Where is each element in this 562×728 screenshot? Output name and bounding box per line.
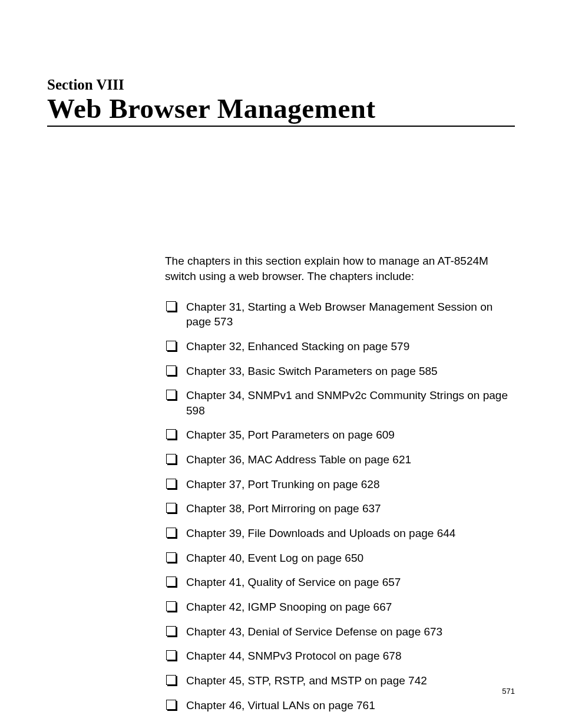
list-item-text: Chapter 45, STP, RSTP, and MSTP on page … [186,674,427,687]
list-item-text: Chapter 38, Port Mirroring on page 637 [186,502,381,515]
checkbox-bullet-icon [166,626,176,636]
checkbox-bullet-icon [166,301,176,311]
list-item: Chapter 34, SNMPv1 and SNMPv2c Community… [165,388,515,418]
list-item-text: Chapter 43, Denial of Service Defense on… [186,625,442,638]
list-item-text: Chapter 32, Enhanced Stacking on page 57… [186,340,409,353]
list-item: Chapter 46, Virtual LANs on page 761 [165,698,515,713]
checkbox-bullet-icon [166,577,176,587]
list-item-text: Chapter 42, IGMP Snooping on page 667 [186,601,392,613]
list-item-text: Chapter 46, Virtual LANs on page 761 [186,699,375,711]
list-item: Chapter 43, Denial of Service Defense on… [165,624,515,640]
list-item-text: Chapter 44, SNMPv3 Protocol on page 678 [186,650,401,662]
list-item: Chapter 45, STP, RSTP, and MSTP on page … [165,673,515,689]
list-item: Chapter 32, Enhanced Stacking on page 57… [165,339,515,354]
list-item: Chapter 39, File Downloads and Uploads o… [165,526,515,541]
list-item-text: Chapter 41, Quality of Service on page 6… [186,576,401,588]
checkbox-bullet-icon [166,365,176,375]
checkbox-bullet-icon [166,650,176,660]
list-item: Chapter 35, Port Parameters on page 609 [165,427,515,443]
list-item: Chapter 31, Starting a Web Browser Manag… [165,299,515,330]
page-number: 571 [502,687,515,696]
list-item: Chapter 42, IGMP Snooping on page 667 [165,599,515,615]
list-item: Chapter 44, SNMPv3 Protocol on page 678 [165,648,515,664]
document-page: Section VIII Web Browser Management The … [0,0,562,728]
checkbox-bullet-icon [166,454,176,464]
intro-paragraph: The chapters in this section explain how… [165,253,515,284]
list-item-text: Chapter 31, Starting a Web Browser Manag… [186,301,492,328]
list-item-text: Chapter 39, File Downloads and Uploads o… [186,527,455,539]
list-item: Chapter 37, Port Trunking on page 628 [165,477,515,492]
checkbox-bullet-icon [166,675,176,685]
list-item-text: Chapter 40, Event Log on page 650 [186,552,363,564]
list-item-text: Chapter 33, Basic Switch Parameters on p… [186,365,438,377]
checkbox-bullet-icon [166,552,176,562]
checkbox-bullet-icon [166,341,176,351]
list-item: Chapter 33, Basic Switch Parameters on p… [165,364,515,379]
checkbox-bullet-icon [166,479,176,489]
checkbox-bullet-icon [166,503,176,513]
list-item-text: Chapter 34, SNMPv1 and SNMPv2c Community… [186,389,508,417]
list-item-text: Chapter 35, Port Parameters on page 609 [186,429,395,441]
checkbox-bullet-icon [166,390,176,400]
chapter-list: Chapter 31, Starting a Web Browser Manag… [165,299,515,713]
body-content: The chapters in this section explain how… [165,253,515,713]
list-item: Chapter 38, Port Mirroring on page 637 [165,501,515,516]
list-item: Chapter 41, Quality of Service on page 6… [165,575,515,590]
page-title: Web Browser Management [47,94,515,127]
list-item: Chapter 40, Event Log on page 650 [165,551,515,566]
checkbox-bullet-icon [166,528,176,538]
section-label: Section VIII [47,77,515,93]
checkbox-bullet-icon [166,429,176,439]
list-item-text: Chapter 37, Port Trunking on page 628 [186,478,380,490]
list-item-text: Chapter 36, MAC Address Table on page 62… [186,453,411,466]
checkbox-bullet-icon [166,601,176,611]
checkbox-bullet-icon [166,700,176,710]
list-item: Chapter 36, MAC Address Table on page 62… [165,452,515,467]
